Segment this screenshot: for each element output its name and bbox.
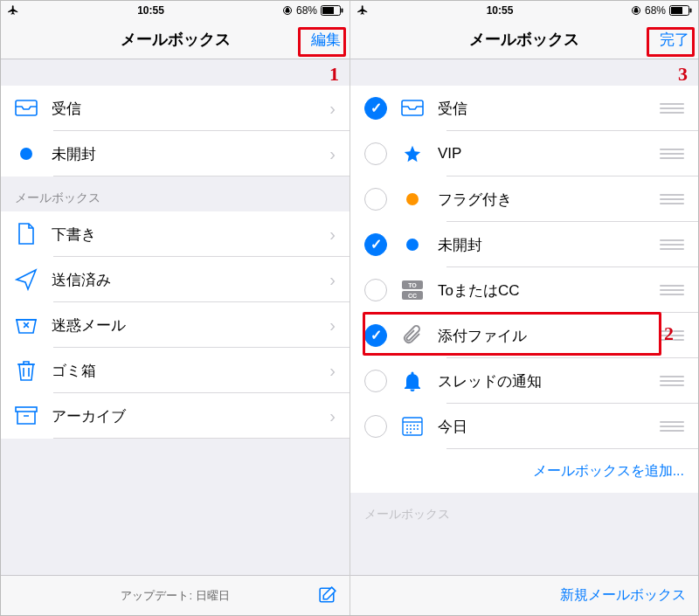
visibility-checkbox[interactable] — [364, 142, 387, 165]
mailbox-label: VIP — [438, 145, 646, 163]
add-mailbox-row[interactable]: メールボックスを追加... — [350, 449, 698, 493]
mailbox-label: 受信 — [438, 99, 646, 119]
visibility-checkbox[interactable] — [364, 188, 387, 211]
toolbar: アップデート: 日曜日 — [1, 575, 350, 615]
reorder-handle-icon[interactable] — [660, 149, 684, 159]
section-header: メールボックス — [350, 493, 698, 528]
status-time: 10:55 — [19, 4, 282, 17]
svg-point-18 — [410, 425, 412, 426]
update-status: アップデート: 日曜日 — [121, 588, 229, 604]
mailbox-row[interactable]: ゴミ箱› — [1, 348, 350, 393]
inbox-icon — [401, 97, 424, 120]
reorder-handle-icon[interactable] — [660, 376, 684, 386]
navbar: メールボックス 編集 — [1, 20, 350, 59]
mailbox-row[interactable]: 送信済み› — [1, 257, 350, 302]
visibility-checkbox[interactable] — [364, 324, 387, 347]
toolbar: 新規メールボックス — [350, 575, 698, 615]
page-title: メールボックス — [469, 29, 579, 50]
visibility-checkbox[interactable] — [364, 370, 387, 392]
mailbox-label: ゴミ箱 — [52, 361, 315, 381]
status-bar: 10:55 68% — [1, 1, 350, 20]
mailbox-label: アーカイブ — [52, 406, 315, 426]
edit-button[interactable]: 編集 — [311, 30, 341, 50]
archive-icon — [15, 405, 38, 427]
battery-icon — [321, 5, 343, 16]
mailbox-label: 添付ファイル — [438, 326, 646, 346]
screen-edit-mode: 10:55 68% メールボックス 完了 受信VIPフラグ付き未開封TOCCTo… — [350, 1, 698, 615]
chevron-right-icon: › — [329, 99, 336, 119]
svg-rect-3 — [342, 9, 343, 13]
visibility-checkbox[interactable] — [364, 279, 387, 301]
mailbox-edit-row[interactable]: スレッドの通知 — [350, 358, 698, 404]
airplane-mode-icon — [356, 4, 369, 17]
chevron-right-icon: › — [329, 406, 336, 426]
mailbox-row[interactable]: アーカイブ› — [1, 393, 350, 439]
svg-point-22 — [410, 428, 412, 430]
rotation-lock-icon — [631, 5, 641, 16]
svg-rect-2 — [322, 7, 334, 14]
add-mailbox-link[interactable]: メールボックスを追加... — [533, 462, 698, 481]
mailbox-label: フラグ付き — [438, 190, 646, 210]
svg-text:CC: CC — [408, 293, 417, 299]
mailbox-edit-row[interactable]: 今日 — [350, 404, 698, 449]
clip-icon — [401, 324, 424, 347]
compose-button[interactable] — [317, 584, 339, 608]
mailbox-edit-row[interactable]: TOCCToまたはCC — [350, 267, 698, 313]
doc-icon — [15, 223, 38, 246]
star-icon — [401, 142, 424, 165]
svg-point-23 — [413, 428, 415, 430]
mailbox-edit-row[interactable]: 添付ファイル — [350, 313, 698, 358]
mailbox-row[interactable]: 迷惑メール› — [1, 302, 350, 348]
junk-icon — [15, 314, 38, 336]
chevron-right-icon: › — [329, 270, 336, 290]
rotation-lock-icon — [282, 5, 293, 16]
battery-percent: 68% — [296, 4, 317, 17]
mailbox-row[interactable]: 下書き› — [1, 211, 350, 257]
svg-rect-11 — [402, 100, 423, 115]
reorder-handle-icon[interactable] — [660, 103, 684, 114]
svg-text:TO: TO — [408, 282, 417, 288]
svg-rect-10 — [690, 9, 692, 13]
cal-icon — [401, 415, 424, 438]
page-title: メールボックス — [121, 29, 231, 50]
reorder-handle-icon[interactable] — [660, 239, 684, 250]
mailbox-label: ToまたはCC — [438, 280, 646, 301]
mailbox-edit-row[interactable]: 受信 — [350, 86, 698, 131]
battery-icon — [669, 5, 692, 16]
mailbox-label: 送信済み — [52, 270, 315, 290]
reorder-handle-icon[interactable] — [660, 421, 684, 432]
status-time: 10:55 — [369, 4, 631, 17]
svg-rect-16 — [403, 418, 422, 435]
chevron-right-icon: › — [329, 361, 336, 381]
mailbox-edit-row[interactable]: 未開封 — [350, 222, 698, 267]
svg-point-24 — [417, 428, 419, 430]
svg-rect-5 — [16, 407, 37, 412]
status-bar: 10:55 68% — [350, 1, 698, 20]
navbar: メールボックス 完了 — [350, 20, 698, 59]
reorder-handle-icon[interactable] — [660, 285, 684, 295]
mailbox-label: 受信 — [52, 99, 315, 119]
mailbox-row[interactable]: 未開封› — [1, 131, 350, 176]
mailbox-label: 迷惑メール — [52, 315, 315, 336]
new-mailbox-button[interactable]: 新規メールボックス — [560, 586, 686, 605]
visibility-checkbox[interactable] — [364, 97, 387, 120]
reorder-handle-icon[interactable] — [660, 194, 684, 204]
battery-percent: 68% — [645, 4, 666, 17]
mailbox-label: スレッドの通知 — [438, 371, 646, 391]
visibility-checkbox[interactable] — [364, 415, 387, 438]
mailbox-label: 下書き — [52, 225, 315, 245]
mailbox-label: 未開封 — [52, 144, 315, 164]
mailbox-edit-row[interactable]: VIP — [350, 131, 698, 176]
visibility-checkbox[interactable] — [364, 233, 387, 256]
svg-rect-4 — [16, 100, 37, 115]
mailbox-row[interactable]: 受信› — [1, 86, 350, 131]
svg-point-20 — [417, 425, 419, 426]
mailbox-label: 未開封 — [438, 235, 646, 255]
done-button[interactable]: 完了 — [660, 30, 689, 50]
reorder-handle-icon[interactable] — [660, 330, 684, 341]
airplane-mode-icon — [7, 4, 19, 17]
mailbox-label: 今日 — [438, 417, 646, 437]
svg-point-25 — [406, 432, 408, 433]
mailbox-edit-row[interactable]: フラグ付き — [350, 176, 698, 222]
chevron-right-icon: › — [329, 144, 336, 164]
